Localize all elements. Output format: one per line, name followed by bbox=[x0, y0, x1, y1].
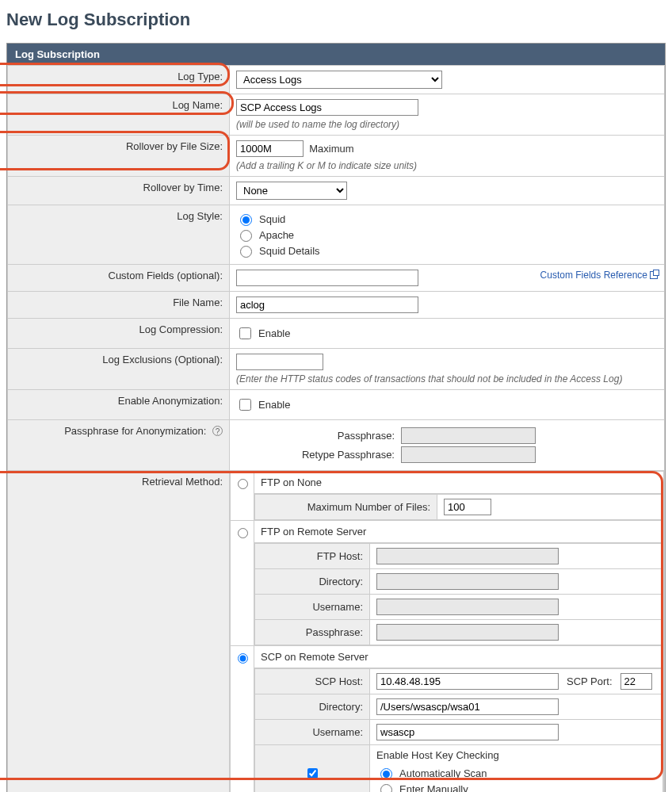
radio-squid-label: Squid bbox=[259, 213, 285, 225]
log-exclusions-input[interactable] bbox=[236, 354, 323, 370]
ftp-directory-label: Directory: bbox=[255, 569, 370, 595]
custom-fields-ref-link[interactable]: Custom Fields Reference bbox=[540, 270, 658, 281]
external-link-icon bbox=[650, 271, 658, 279]
help-icon[interactable]: ? bbox=[212, 426, 223, 436]
scp-username-input[interactable] bbox=[376, 724, 559, 740]
label-log-name: Log Name: bbox=[172, 99, 223, 111]
ftp-remote-title: FTP on Remote Server bbox=[254, 521, 663, 543]
radio-enter-manually[interactable] bbox=[380, 784, 392, 792]
log-name-input[interactable] bbox=[236, 99, 418, 116]
file-name-input[interactable] bbox=[236, 297, 418, 313]
radio-scp-remote[interactable] bbox=[238, 653, 248, 664]
max-files-label: Maximum Number of Files: bbox=[255, 495, 437, 520]
radio-squid[interactable] bbox=[240, 214, 252, 226]
radio-apache[interactable] bbox=[240, 230, 252, 242]
label-log-type: Log Type: bbox=[178, 71, 223, 82]
rollover-size-after: Maximum bbox=[309, 143, 353, 155]
host-key-check-label: Enable Host Key Checking bbox=[376, 749, 656, 761]
scp-port-input[interactable] bbox=[620, 673, 652, 690]
ftp-host-label: FTP Host: bbox=[255, 544, 370, 569]
log-type-select[interactable]: Access Logs bbox=[236, 71, 442, 89]
passphrase-label: Passphrase: bbox=[284, 430, 395, 442]
rollover-time-select[interactable]: None bbox=[236, 182, 347, 200]
label-passphrase-anonymization: Passphrase for Anonymization: bbox=[64, 425, 206, 437]
ftp-username-label: Username: bbox=[255, 595, 370, 620]
radio-squid-details[interactable] bbox=[240, 246, 252, 258]
radio-squid-details-label: Squid Details bbox=[259, 245, 320, 257]
scp-directory-label: Directory: bbox=[255, 694, 370, 720]
label-log-style: Log Style: bbox=[177, 210, 223, 222]
label-file-name: File Name: bbox=[173, 297, 223, 308]
rollover-size-hint: (Add a trailing K or M to indicate size … bbox=[236, 160, 658, 171]
label-log-compression: Log Compression: bbox=[139, 323, 223, 335]
label-retrieval-method: Retrieval Method: bbox=[142, 476, 223, 488]
label-rollover-time: Rollover by Time: bbox=[143, 182, 223, 193]
log-compression-enable-label: Enable bbox=[258, 327, 290, 339]
auto-scan-label: Automatically Scan bbox=[399, 767, 487, 779]
custom-fields-input[interactable] bbox=[236, 270, 418, 286]
label-custom-fields: Custom Fields (optional): bbox=[109, 270, 223, 281]
ftp-passphrase-input[interactable] bbox=[376, 624, 559, 641]
enter-manually-label: Enter Manually bbox=[399, 783, 468, 793]
scp-directory-input[interactable] bbox=[376, 698, 559, 715]
ftp-username-input[interactable] bbox=[376, 599, 559, 615]
scp-port-label: SCP Port: bbox=[567, 675, 613, 687]
host-key-check[interactable] bbox=[307, 768, 318, 779]
ftp-none-title: FTP on None bbox=[254, 472, 663, 494]
ftp-passphrase-label: Passphrase: bbox=[255, 620, 370, 645]
scp-host-label: SCP Host: bbox=[255, 669, 370, 694]
radio-apache-label: Apache bbox=[259, 229, 294, 241]
radio-auto-scan[interactable] bbox=[380, 768, 392, 780]
ftp-host-input[interactable] bbox=[376, 548, 559, 564]
log-exclusions-hint: (Enter the HTTP status codes of transact… bbox=[236, 373, 658, 385]
scp-remote-title: SCP on Remote Server bbox=[254, 646, 663, 668]
log-name-hint: (will be used to name the log directory) bbox=[236, 119, 658, 130]
radio-ftp-remote[interactable] bbox=[238, 528, 248, 538]
retype-passphrase-input[interactable] bbox=[401, 446, 536, 463]
scp-username-label: Username: bbox=[255, 720, 370, 745]
max-files-input[interactable] bbox=[444, 499, 491, 515]
page-title: New Log Subscription bbox=[6, 10, 666, 30]
enable-anonymization-check[interactable] bbox=[239, 399, 251, 411]
label-enable-anonymization: Enable Anonymization: bbox=[118, 395, 223, 407]
retype-passphrase-label: Retype Passphrase: bbox=[284, 449, 395, 461]
label-rollover-size: Rollover by File Size: bbox=[126, 140, 223, 152]
label-log-exclusions: Log Exclusions (Optional): bbox=[102, 354, 223, 365]
enable-anonymization-label: Enable bbox=[258, 399, 290, 411]
rollover-size-input[interactable] bbox=[236, 140, 304, 157]
scp-host-input[interactable] bbox=[376, 673, 559, 690]
panel-header: Log Subscription bbox=[7, 44, 665, 65]
radio-ftp-none[interactable] bbox=[238, 479, 248, 489]
passphrase-input[interactable] bbox=[401, 427, 536, 444]
ftp-directory-input[interactable] bbox=[376, 573, 559, 590]
log-compression-check[interactable] bbox=[239, 327, 251, 339]
